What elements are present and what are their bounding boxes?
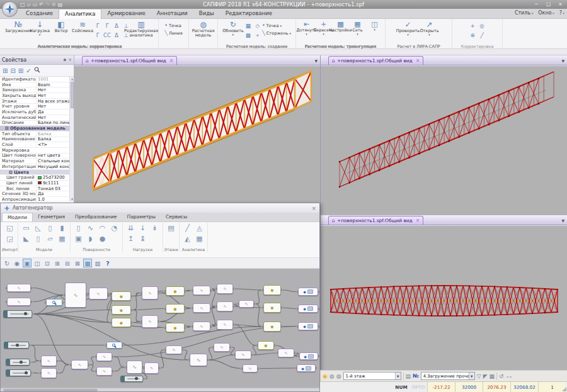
graph-node-t1[interactable]: ∿ <box>96 352 112 361</box>
search-icon[interactable] <box>34 65 40 76</box>
graph-node-pC3[interactable]: ∿ <box>217 320 233 330</box>
settings-icon[interactable]: ☼ <box>52 1 56 9</box>
property-value[interactable]: 9c1111 <box>36 181 74 186</box>
correction-grid-0[interactable]: + <box>468 21 477 30</box>
autogenerator-close-icon[interactable]: × <box>311 205 316 211</box>
import-obj-icon[interactable]: ◱ <box>4 223 15 233</box>
pier-icon[interactable]: ▯ <box>33 234 43 244</box>
graph-node-oA3[interactable]: ● <box>166 323 185 332</box>
graph-node-n6[interactable]: ∿ <box>89 288 108 300</box>
slider-track[interactable] <box>10 313 29 315</box>
solid-icon[interactable]: ▣ <box>73 234 84 244</box>
surface-icon[interactable]: ▯ <box>73 223 84 233</box>
property-value[interactable]: 1.0 <box>36 197 74 201</box>
graph-node-sl3[interactable] <box>6 359 30 366</box>
mesh-button[interactable]: ▦Сеть▾ <box>349 20 366 36</box>
viewport2-tab-menu-icon[interactable]: ▼ <box>561 59 564 63</box>
scroll-down-icon[interactable]: ▼ <box>70 198 74 201</box>
support-tools-grid-6[interactable]: Δ <box>112 31 121 40</box>
span-load-icon[interactable]: ↨ <box>137 234 148 244</box>
support-tools-grid-0[interactable]: Γ <box>93 21 102 30</box>
menu-?[interactable]: ? ▾ <box>559 10 564 16</box>
grid-model-icon[interactable]: ▦ <box>57 234 67 244</box>
viewport2-canvas[interactable] <box>321 65 567 215</box>
tab-Виды[interactable]: Виды <box>193 9 220 19</box>
autogen-tab-Модели[interactable]: Модели <box>2 213 33 221</box>
open-file-icon[interactable]: ▱ <box>27 1 31 9</box>
property-value[interactable]: <?> <box>36 142 74 147</box>
table-filter-icon[interactable]: ▦ <box>490 371 495 381</box>
redo-icon[interactable]: ↷ <box>45 1 50 9</box>
graph-node-rd3[interactable]: ◆ <box>298 322 318 330</box>
slider-thumb[interactable] <box>25 371 28 374</box>
group-by-category-icon[interactable]: ⊞ <box>3 65 8 76</box>
property-value[interactable]: Да <box>36 109 74 115</box>
point-load-icon[interactable]: ↓ <box>137 223 148 233</box>
resize-grip[interactable] <box>562 387 566 391</box>
group-load-icon[interactable]: ↡ <box>149 223 160 233</box>
scroll-up-icon[interactable]: ▲ <box>70 77 74 81</box>
property-section[interactable]: ⊟ Образованная модель <box>0 126 74 132</box>
properties-scrollbar[interactable]: ▲ ▼ <box>69 77 74 201</box>
layout-free-icon[interactable]: ▧ <box>93 259 102 267</box>
pin-icon[interactable]: ▪ <box>63 57 66 62</box>
graph-node-m1[interactable]: ∿ <box>71 360 88 369</box>
graph-node-w5[interactable]: ● <box>258 341 274 350</box>
update-button[interactable]: ↻Обновить▾ <box>222 20 244 36</box>
slider-track[interactable] <box>13 362 26 363</box>
roof-icon[interactable]: ◣ <box>21 234 32 244</box>
revolve-icon[interactable]: ◔ <box>109 223 120 233</box>
correction-grid-1[interactable]: ◎ <box>478 21 486 30</box>
tab-Аналитика[interactable]: Аналитика <box>59 9 101 19</box>
slab-icon[interactable]: ▭ <box>21 223 32 233</box>
viewport3-tab-menu-icon[interactable]: ▼ <box>561 218 564 223</box>
graph-node-oL3[interactable]: ● <box>112 318 131 327</box>
node-graph-canvas[interactable]: ∿∿∿∿●●●∿∿●●●∿∿∿∿∿∿∿●●●◆◆◆∿∿∿∿∿∿∿∿∿∿∿●∿◆∿… <box>1 269 319 391</box>
select-node-icon[interactable]: ⊡ <box>43 259 52 267</box>
model-create-grid-1[interactable]: ◇ <box>253 21 262 30</box>
close-button[interactable]: × <box>555 1 566 8</box>
regenerate-icon[interactable]: ↻ <box>3 259 11 267</box>
graph-node-w1[interactable]: ∿ <box>166 345 182 354</box>
property-value[interactable]: нет цвета <box>36 153 74 158</box>
filter-icon[interactable]: ▽ <box>477 371 481 381</box>
viewport3-tab[interactable]: ⌂ +поверхность1.spf:Общий вид × <box>328 216 423 225</box>
correction-grid-2[interactable]: ⊕ <box>468 31 477 40</box>
line-button[interactable]: ╲Линия <box>164 30 183 36</box>
slider-thumb[interactable] <box>16 344 19 347</box>
property-value[interactable]: На всех этажах <box>36 99 74 104</box>
more-tools-icon[interactable]: ⌄⌄ <box>506 374 512 379</box>
light-point-icon[interactable]: ◍ <box>329 371 335 381</box>
scroll-thumb[interactable] <box>71 82 74 108</box>
menu-Стиль[interactable]: Стиль ▾ <box>515 10 533 16</box>
tab-Создание[interactable]: Создание <box>20 9 59 19</box>
close-panel-icon[interactable]: × <box>68 57 72 62</box>
graph-node-w6[interactable]: ∿ <box>278 349 294 357</box>
correction-grid-3[interactable]: ╱ <box>478 31 486 40</box>
loadcase-number-icon[interactable]: № <box>413 371 419 381</box>
graph-node-oA2[interactable]: ● <box>166 304 185 313</box>
layout-grid-icon[interactable]: ▦ <box>83 259 92 267</box>
select-group-icon[interactable]: ⊞ <box>53 259 62 267</box>
graph-node-w7[interactable]: ∿ <box>243 364 258 372</box>
apply-icon[interactable]: ✓ <box>26 65 31 76</box>
sphere-icon[interactable]: ● <box>97 234 108 244</box>
ramp-icon[interactable]: ◺ <box>33 223 43 233</box>
new-file-icon[interactable]: □ <box>20 1 25 9</box>
loft-icon[interactable]: ◗ <box>85 234 96 244</box>
property-value[interactable]: Балка <box>36 132 74 137</box>
analytic-grid-icon[interactable]: ▦ <box>194 234 205 244</box>
graph-node-b3[interactable]: ∿ <box>190 354 207 366</box>
property-value[interactable]: Beam <box>36 82 74 87</box>
graph-node-u1[interactable]: ∿ <box>144 362 159 374</box>
graph-node-rd4[interactable]: ◆ <box>299 352 318 360</box>
sort-az-icon[interactable]: ⊟ <box>10 65 15 76</box>
extend-button[interactable]: ⇤Дотянуть▾ <box>298 20 315 36</box>
property-value[interactable]: Нет <box>36 87 74 92</box>
autogen-tab-Преобразование[interactable]: Преобразование <box>70 213 122 221</box>
wall-icon[interactable]: ▮ <box>57 223 67 233</box>
loadcases-button[interactable]: №Загружения <box>8 20 29 33</box>
load-button[interactable]: ↓Нагрузка▾ <box>29 20 50 36</box>
storeys-icon[interactable]: ▤ <box>166 223 176 233</box>
graph-node-oL2[interactable]: ● <box>112 305 131 315</box>
